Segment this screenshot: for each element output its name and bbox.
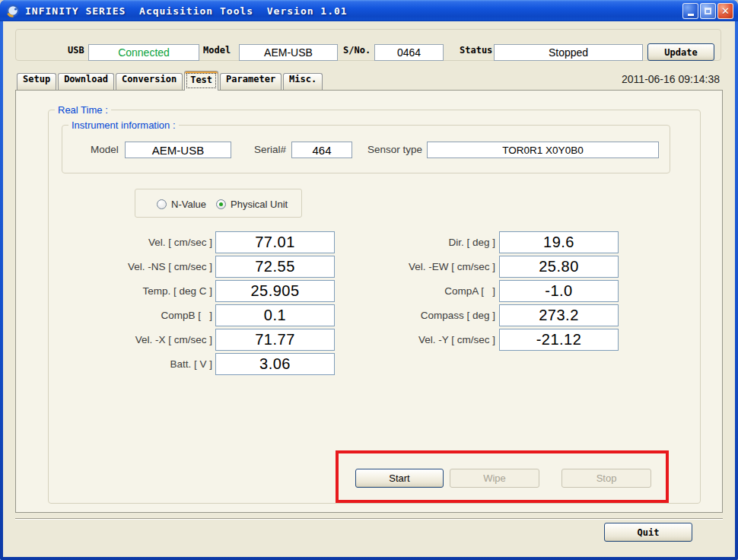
radio-n-value[interactable]: N-Value bbox=[157, 199, 206, 210]
compass-label: Compass [ deg ] bbox=[320, 304, 495, 326]
radio-physical-unit-icon bbox=[216, 199, 226, 209]
tab-test[interactable]: Test bbox=[184, 71, 218, 91]
sensor-type-label: Sensor type bbox=[367, 142, 422, 158]
radio-n-value-label: N-Value bbox=[171, 199, 206, 210]
datetime-display: 2011-06-16 09:14:38 bbox=[491, 73, 720, 85]
vel-ew-label: Vel. -EW [ cm/sec ] bbox=[320, 256, 495, 278]
vel-label: Vel. [ cm/sec ] bbox=[19, 231, 212, 253]
test-tab-panel: Real Time : Instrument information : Mod… bbox=[15, 90, 723, 513]
tab-conversion[interactable]: Conversion bbox=[116, 73, 183, 90]
real-time-group-title: Real Time : bbox=[55, 104, 111, 116]
client-area: USB Connected Model AEM-USB S/No. 0464 S… bbox=[3, 21, 735, 557]
compa-label: CompA [ ] bbox=[320, 280, 495, 302]
minimize-icon bbox=[688, 14, 694, 16]
app-icon bbox=[6, 4, 20, 18]
vel-x-value-field: 71.77 bbox=[215, 329, 335, 351]
status-field: Stopped bbox=[494, 44, 643, 61]
app-window: INFINITY SERIES Acquisition Tools Versio… bbox=[0, 0, 738, 560]
maximize-icon bbox=[705, 8, 711, 14]
maximize-button[interactable] bbox=[700, 3, 716, 19]
dir-value-field: 19.6 bbox=[499, 231, 619, 253]
temp-label: Temp. [ deg C ] bbox=[19, 280, 212, 302]
connection-status-panel: USB Connected Model AEM-USB S/No. 0464 S… bbox=[15, 29, 721, 61]
minimize-button[interactable] bbox=[682, 3, 698, 19]
vel-value-field: 77.01 bbox=[215, 231, 335, 253]
compass-value-field: 273.2 bbox=[499, 304, 619, 326]
titlebar: INFINITY SERIES Acquisition Tools Versio… bbox=[0, 0, 738, 21]
footer-divider bbox=[15, 518, 723, 519]
stop-button[interactable]: Stop bbox=[561, 469, 651, 488]
usb-status-field: Connected bbox=[88, 44, 199, 61]
instrument-information-title: Instrument information : bbox=[68, 119, 179, 131]
vel-y-value-field: -21.12 bbox=[499, 329, 619, 351]
instrument-serial-field: 464 bbox=[291, 142, 352, 158]
tab-parameter[interactable]: Parameter bbox=[220, 73, 282, 90]
vel-x-label: Vel. -X [ cm/sec ] bbox=[19, 329, 212, 351]
vel-ew-value-field: 25.80 bbox=[499, 256, 619, 278]
sensor-type-field: TOR0R1 X0Y0B0 bbox=[427, 142, 659, 158]
dir-label: Dir. [ deg ] bbox=[320, 231, 495, 253]
vel-ns-label: Vel. -NS [ cm/sec ] bbox=[19, 256, 212, 278]
status-label: Status bbox=[460, 45, 492, 62]
vel-ns-value-field: 72.55 bbox=[215, 256, 335, 278]
close-button[interactable]: ✕ bbox=[717, 3, 733, 19]
batt-label: Batt. [ V ] bbox=[19, 353, 212, 375]
tab-setup[interactable]: Setup bbox=[17, 73, 56, 90]
start-button[interactable]: Start bbox=[355, 469, 444, 488]
batt-value-field: 3.06 bbox=[215, 353, 335, 375]
window-title: INFINITY SERIES Acquisition Tools Versio… bbox=[25, 5, 348, 17]
sensor-type-value: TOR0R1 X0Y0B0 bbox=[502, 145, 583, 156]
window-controls: ✕ bbox=[682, 3, 733, 19]
instrument-model-value: AEM-USB bbox=[152, 144, 204, 157]
usb-status-value: Connected bbox=[118, 46, 170, 59]
radio-n-value-icon bbox=[157, 199, 167, 209]
update-button[interactable]: Update bbox=[647, 43, 714, 61]
quit-button[interactable]: Quit bbox=[604, 523, 692, 542]
instrument-serial-value: 464 bbox=[312, 144, 331, 157]
temp-value-field: 25.905 bbox=[215, 280, 335, 302]
model-value: AEM-USB bbox=[264, 46, 313, 59]
radio-physical-unit[interactable]: Physical Unit bbox=[216, 199, 288, 210]
wipe-button[interactable]: Wipe bbox=[450, 469, 539, 488]
compb-label: CompB [ ] bbox=[19, 304, 212, 326]
model-label: Model bbox=[203, 45, 231, 62]
vel-y-label: Vel. -Y [ cm/sec ] bbox=[320, 329, 495, 351]
usb-label: USB bbox=[68, 45, 84, 62]
unit-select-group: N-Value Physical Unit bbox=[135, 189, 302, 218]
radio-physical-unit-label: Physical Unit bbox=[231, 199, 288, 210]
model-field: AEM-USB bbox=[239, 44, 338, 61]
serial-no-field: 0464 bbox=[374, 44, 444, 61]
close-icon: ✕ bbox=[721, 5, 730, 17]
tab-misc[interactable]: Misc. bbox=[283, 73, 323, 90]
compb-value-field: 0.1 bbox=[215, 304, 335, 326]
tab-download[interactable]: Download bbox=[58, 73, 114, 90]
serial-no-value: 0464 bbox=[397, 46, 421, 59]
tab-bar: Setup Download Conversion Test Parameter… bbox=[17, 70, 324, 90]
compa-value-field: -1.0 bbox=[499, 280, 619, 302]
instrument-model-field: AEM-USB bbox=[125, 142, 231, 158]
serial-no-label: S/No. bbox=[343, 45, 371, 62]
status-value: Stopped bbox=[549, 46, 588, 59]
instrument-serial-label: Serial# bbox=[254, 142, 286, 158]
instrument-model-label: Model bbox=[91, 142, 119, 158]
